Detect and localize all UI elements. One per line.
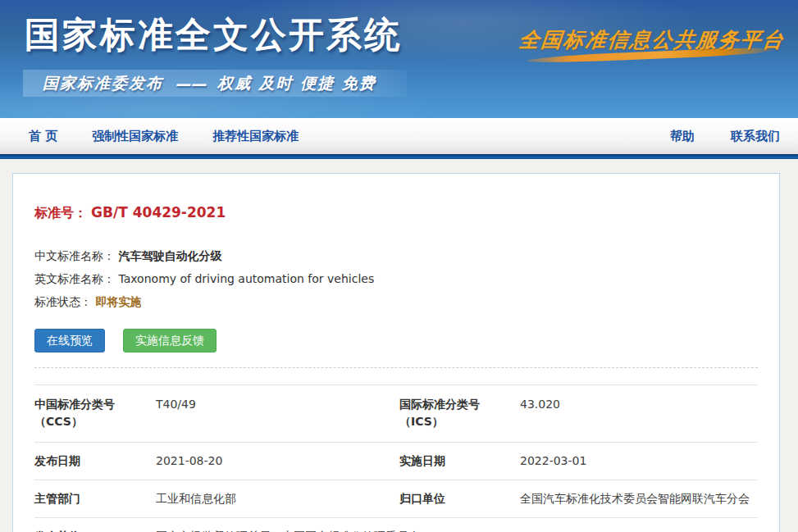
standard-detail-card: 标准号： GB/T 40429-2021 中文标准名称： 汽车驾驶自动化分级 英… (12, 173, 780, 532)
platform-title: 全国标准信息公共服务平台 (518, 26, 786, 53)
cn-name-value: 汽车驾驶自动化分级 (118, 249, 221, 262)
table-row: 发布单位 国家市场监督管理总局、中国国家标准化管理委员会 (34, 517, 758, 532)
nav-right-group: 帮助 联系我们 (634, 129, 780, 144)
standard-info-table: 中国标准分类号 （CCS） T40/49 国际标准分类号 （ICS） 43.02… (34, 384, 758, 532)
online-preview-button[interactable]: 在线预览 (34, 329, 105, 352)
ccs-label: 中国标准分类号 （CCS） (34, 385, 156, 442)
standard-fields: 中文标准名称： 汽车驾驶自动化分级 英文标准名称： Taxonomy of dr… (34, 244, 758, 313)
issuing-unit-value: 国家市场监督管理总局、中国国家标准化管理委员会 (156, 518, 758, 532)
issuing-unit-label: 发布单位 (34, 518, 156, 532)
nav-item-home[interactable]: 首 页 (29, 129, 57, 144)
standard-number-label: 标准号： (34, 205, 87, 221)
standard-number-line: 标准号： GB/T 40429-2021 (34, 204, 758, 222)
banner-slogan-text: 权威 及时 便捷 免费 (217, 73, 376, 94)
en-name-value: Taxonomy of driving automation for vehic… (118, 272, 374, 285)
nav-accent-bar (0, 154, 798, 159)
table-row: 发布日期 2021-08-20 实施日期 2022-03-01 (34, 442, 758, 480)
standard-number-value: GB/T 40429-2021 (91, 204, 226, 221)
centralized-unit-value: 全国汽车标准化技术委员会智能网联汽车分会 (520, 480, 758, 517)
nav-left-group: 首 页 强制性国家标准 推荐性国家标准 (29, 129, 333, 144)
competent-dept-value: 工业和信息化部 (156, 480, 399, 517)
ics-label: 国际标准分类号 （ICS） (399, 385, 520, 442)
site-header: 国家标准全文公开系统 国家标准委发布 —— 权威 及时 便捷 免费 全国标准信息… (0, 0, 798, 118)
implementation-feedback-button[interactable]: 实施信息反馈 (123, 329, 217, 352)
implement-date-value: 2022-03-01 (520, 443, 758, 480)
implement-date-label: 实施日期 (399, 443, 520, 480)
centralized-unit-label: 归口单位 (399, 480, 520, 517)
status-line: 标准状态： 即将实施 (34, 290, 758, 313)
en-name-line: 英文标准名称： Taxonomy of driving automation f… (34, 267, 758, 290)
banner-dash: —— (175, 75, 206, 93)
ccs-value: T40/49 (156, 385, 399, 425)
dashed-divider (34, 367, 758, 368)
nav-item-contact[interactable]: 联系我们 (731, 129, 780, 144)
cn-name-line: 中文标准名称： 汽车驾驶自动化分级 (34, 244, 758, 267)
en-name-label: 英文标准名称： (34, 272, 115, 285)
table-row: 中国标准分类号 （CCS） T40/49 国际标准分类号 （ICS） 43.02… (34, 384, 758, 442)
cn-name-label: 中文标准名称： (34, 249, 115, 262)
site-title: 国家标准全文公开系统 (25, 11, 402, 59)
status-value: 即将实施 (95, 295, 141, 308)
nav-item-mandatory-standards[interactable]: 强制性国家标准 (92, 129, 178, 144)
publish-date-value: 2021-08-20 (156, 443, 399, 480)
nav-item-recommended-standards[interactable]: 推荐性国家标准 (212, 129, 299, 144)
competent-dept-label: 主管部门 (34, 480, 156, 517)
status-label: 标准状态： (34, 295, 92, 308)
ics-value: 43.020 (520, 385, 758, 425)
publish-date-label: 发布日期 (34, 443, 156, 480)
main-nav: 首 页 强制性国家标准 推荐性国家标准 帮助 联系我们 (0, 118, 798, 154)
banner-issuer-text: 国家标准委发布 (43, 73, 163, 94)
action-button-row: 在线预览 实施信息反馈 (34, 329, 758, 352)
table-row: 主管部门 工业和信息化部 归口单位 全国汽车标准化技术委员会智能网联汽车分会 (34, 480, 758, 517)
nav-item-help[interactable]: 帮助 (670, 129, 695, 144)
header-sub-banner: 国家标准委发布 —— 权威 及时 便捷 免费 (23, 70, 407, 97)
